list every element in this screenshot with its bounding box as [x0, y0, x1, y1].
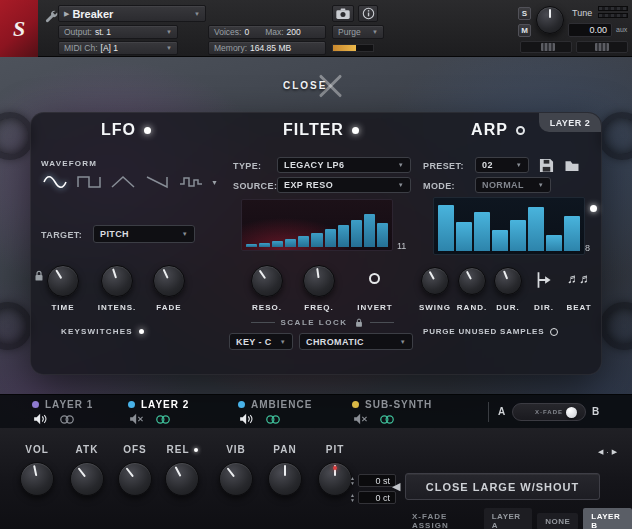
- midi-channel-select[interactable]: MIDI Ch: [A] 1 ▼: [58, 41, 178, 55]
- graph-bar[interactable]: [546, 235, 562, 251]
- vibrato-knob[interactable]: [219, 462, 253, 496]
- offset-knob[interactable]: [118, 462, 152, 496]
- expand-arrow-icon[interactable]: ▶: [64, 10, 69, 18]
- tune-knob[interactable]: [536, 6, 564, 34]
- graph-bar[interactable]: [311, 233, 322, 247]
- arp-off-indicator[interactable]: [516, 126, 525, 135]
- lfo-intensity-knob[interactable]: [101, 265, 133, 297]
- tune-value[interactable]: 0.00: [568, 23, 612, 37]
- scale-type-dropdown[interactable]: CHROMATIC ▼: [299, 333, 413, 350]
- layer-label[interactable]: LAYER 1: [45, 399, 93, 410]
- close-button[interactable]: CLOSE: [283, 69, 353, 103]
- purge-menu[interactable]: Purge ▼: [332, 25, 384, 39]
- slider-handle[interactable]: [541, 43, 555, 51]
- page-nav-arrows[interactable]: ◀ · ▶: [598, 448, 617, 456]
- waveform-triangle-icon[interactable]: [109, 171, 137, 193]
- scale-key-dropdown[interactable]: KEY - C ▼: [229, 333, 293, 350]
- link-icon[interactable]: [59, 414, 75, 425]
- arp-swing-knob[interactable]: [421, 267, 449, 295]
- layer-tab-subsynth[interactable]: SUB-SYNTH: [352, 399, 432, 425]
- instrument-title-strip[interactable]: ▶ Breaker ▼: [58, 5, 206, 22]
- graph-bar[interactable]: [528, 207, 544, 251]
- speaker-muted-icon[interactable]: [353, 413, 369, 425]
- filter-source-dropdown[interactable]: EXP RESO ▼: [277, 177, 411, 193]
- attack-knob[interactable]: [70, 462, 104, 496]
- waveform-menu-chevron[interactable]: ▼: [211, 179, 218, 186]
- chevron-down-icon[interactable]: ▼: [166, 29, 172, 35]
- graph-bar[interactable]: [246, 244, 257, 247]
- speaker-on-icon[interactable]: [239, 413, 255, 425]
- filter-resonance-knob[interactable]: [251, 265, 283, 297]
- waveform-saw-icon[interactable]: [143, 171, 171, 193]
- pitch-knob[interactable]: [318, 462, 352, 496]
- purge-unused-samples-toggle[interactable]: PURGE UNUSED SAMPLES: [423, 327, 558, 336]
- mute-button[interactable]: M: [518, 24, 531, 37]
- arp-mode-dropdown[interactable]: NORMAL ▼: [475, 177, 551, 193]
- xfade-assign-layer-a[interactable]: LAYER A: [484, 508, 532, 529]
- layer-label[interactable]: SUB-SYNTH: [365, 399, 432, 410]
- keyswitches-toggle[interactable]: KEYSWITCHES: [61, 327, 144, 336]
- master-slider-right[interactable]: [576, 41, 628, 53]
- graph-bar[interactable]: [564, 216, 580, 251]
- arp-duration-knob[interactable]: [494, 267, 522, 295]
- layer-label[interactable]: LAYER 2: [141, 399, 189, 410]
- wrench-icon[interactable]: [44, 9, 58, 23]
- speaker-on-icon[interactable]: [33, 413, 49, 425]
- filter-graph[interactable]: [241, 199, 393, 251]
- filter-on-indicator[interactable]: [352, 127, 359, 134]
- arp-steps-slider[interactable]: [590, 205, 597, 212]
- filter-invert-toggle[interactable]: [369, 273, 380, 284]
- soundiron-logo[interactable]: S: [0, 0, 38, 57]
- xfade-assign-layer-b[interactable]: LAYER B: [583, 508, 632, 529]
- link-icon[interactable]: [155, 414, 171, 425]
- arp-beat-icon[interactable]: ♬♬: [567, 271, 591, 286]
- slider-handle[interactable]: [595, 43, 609, 51]
- purge-off-indicator[interactable]: [550, 328, 558, 336]
- load-preset-folder-icon[interactable]: [564, 159, 580, 172]
- rel-mod-indicator[interactable]: [194, 448, 198, 452]
- lock-icon[interactable]: [354, 317, 364, 328]
- layer-tab-ambience[interactable]: AMBIENCE: [238, 399, 312, 425]
- graph-bar[interactable]: [325, 229, 336, 247]
- graph-bar[interactable]: [364, 214, 375, 247]
- waveform-sine-icon[interactable]: [41, 171, 69, 193]
- chevron-down-icon[interactable]: ▼: [194, 11, 200, 17]
- save-preset-icon[interactable]: [539, 158, 554, 173]
- graph-bar[interactable]: [456, 222, 472, 251]
- waveform-random-icon[interactable]: [177, 171, 205, 193]
- graph-bar[interactable]: [259, 243, 270, 247]
- pitch-semitones-value[interactable]: 0 st: [358, 474, 396, 487]
- lfo-time-knob[interactable]: [47, 265, 79, 297]
- graph-bar[interactable]: [351, 220, 362, 247]
- solo-button[interactable]: S: [518, 7, 531, 20]
- xfade-knob[interactable]: [566, 407, 577, 418]
- arp-random-knob[interactable]: [458, 267, 486, 295]
- pitch-ct-stepper[interactable]: ▲▼: [350, 493, 355, 503]
- filter-type-dropdown[interactable]: LEGACY LP6 ▼: [277, 157, 411, 173]
- output-select[interactable]: Output: st. 1 ▼: [58, 25, 178, 39]
- arp-graph[interactable]: [433, 197, 585, 255]
- graph-bar[interactable]: [492, 230, 508, 251]
- chevron-down-icon[interactable]: ▼: [166, 45, 172, 51]
- speaker-muted-icon[interactable]: [129, 413, 145, 425]
- link-icon[interactable]: [265, 414, 281, 425]
- nav-right-icon[interactable]: ▶: [612, 448, 617, 456]
- graph-bar[interactable]: [298, 236, 309, 247]
- waveform-square-icon[interactable]: [75, 171, 103, 193]
- graph-bar[interactable]: [474, 212, 490, 251]
- pan-knob[interactable]: [268, 462, 302, 496]
- lfo-fade-knob[interactable]: [153, 265, 185, 297]
- xfade-assign-none[interactable]: NONE: [537, 513, 578, 529]
- nav-left-icon[interactable]: ◀: [598, 448, 603, 456]
- graph-bar[interactable]: [510, 220, 526, 251]
- graph-bar[interactable]: [272, 241, 283, 247]
- volume-knob[interactable]: [20, 462, 54, 496]
- keyswitches-on-indicator[interactable]: [139, 329, 144, 334]
- articulation-selector[interactable]: CLOSE LARGE W/SHOUT: [405, 473, 600, 500]
- arp-direction-icon[interactable]: [533, 269, 555, 291]
- link-icon[interactable]: [379, 414, 395, 425]
- snapshot-camera-button[interactable]: [332, 5, 354, 22]
- aux-label[interactable]: aux: [616, 26, 627, 33]
- prev-articulation-button[interactable]: ◀: [392, 480, 400, 493]
- xfade-slider[interactable]: X-FADE: [512, 403, 586, 421]
